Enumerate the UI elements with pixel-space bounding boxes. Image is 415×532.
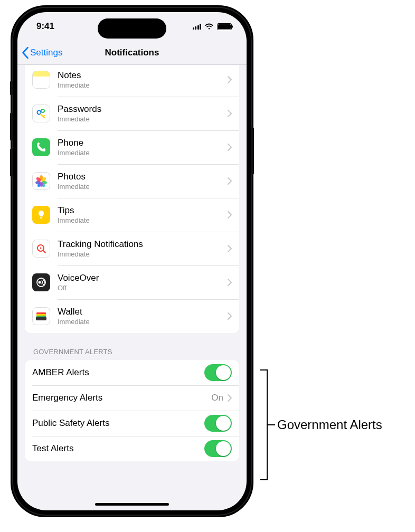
row-label: AMBER Alerts bbox=[32, 367, 204, 378]
svg-point-14 bbox=[39, 281, 41, 284]
callout-gov-alerts: Government Alerts bbox=[255, 369, 411, 480]
chevron-right-icon bbox=[228, 211, 232, 218]
app-list-group: Notes Immediate Passwords Immediate bbox=[25, 65, 239, 333]
app-title: VoiceOver bbox=[58, 273, 228, 283]
app-row-tips[interactable]: Tips Immediate bbox=[25, 198, 239, 232]
chevron-right-icon bbox=[228, 76, 232, 83]
photos-icon bbox=[32, 172, 50, 190]
app-sub: Immediate bbox=[58, 318, 228, 326]
chevron-right-icon bbox=[228, 312, 232, 320]
notes-icon bbox=[32, 71, 50, 89]
status-time: 9:41 bbox=[36, 21, 54, 32]
app-sub: Off bbox=[58, 284, 228, 292]
chevron-right-icon bbox=[228, 144, 232, 151]
app-title: Photos bbox=[58, 172, 228, 182]
cellular-icon bbox=[193, 23, 202, 30]
app-sub: Immediate bbox=[58, 250, 228, 258]
app-row-phone[interactable]: Phone Immediate bbox=[25, 130, 239, 164]
tracking-icon bbox=[32, 240, 50, 258]
status-indicators bbox=[193, 23, 232, 30]
app-row-voiceover[interactable]: VoiceOver Off bbox=[25, 265, 239, 299]
svg-line-11 bbox=[43, 250, 45, 253]
svg-rect-16 bbox=[36, 314, 46, 316]
emergency-alerts-row[interactable]: Emergency Alerts On bbox=[25, 385, 239, 411]
chevron-right-icon bbox=[228, 177, 232, 185]
silence-switch bbox=[10, 81, 13, 96]
app-sub: Immediate bbox=[58, 149, 228, 157]
svg-point-1 bbox=[41, 109, 44, 112]
power-button bbox=[251, 127, 254, 175]
app-sub: Immediate bbox=[58, 115, 228, 123]
nav-bar: Settings Notifications bbox=[17, 41, 247, 65]
app-title: Tracking Notifications bbox=[58, 239, 228, 250]
test-alerts-toggle[interactable] bbox=[204, 440, 232, 457]
public-safety-row: Public Safety Alerts bbox=[25, 411, 239, 436]
app-title: Notes bbox=[58, 70, 228, 81]
wifi-icon bbox=[204, 23, 214, 30]
chevron-right-icon bbox=[228, 279, 232, 286]
app-sub: Immediate bbox=[58, 81, 228, 89]
battery-icon bbox=[217, 23, 232, 30]
app-title: Phone bbox=[58, 138, 228, 148]
passwords-icon bbox=[32, 104, 50, 122]
wallet-icon bbox=[32, 307, 50, 325]
app-row-notes[interactable]: Notes Immediate bbox=[25, 65, 239, 97]
volume-down-button bbox=[10, 148, 13, 177]
phone-icon bbox=[32, 138, 50, 156]
test-alerts-row: Test Alerts bbox=[25, 436, 239, 461]
row-value: On bbox=[211, 393, 223, 403]
screen: 9:41 Settings Notifications Notes Imm bbox=[17, 12, 247, 510]
amber-alerts-toggle[interactable] bbox=[204, 364, 232, 381]
svg-point-9 bbox=[40, 182, 43, 187]
chevron-left-icon bbox=[22, 47, 29, 59]
app-title: Tips bbox=[58, 205, 228, 216]
public-safety-toggle[interactable] bbox=[204, 415, 232, 432]
gov-alerts-header: Government Alerts bbox=[25, 333, 239, 360]
phone-frame: 9:41 Settings Notifications Notes Imm bbox=[11, 5, 253, 517]
svg-rect-19 bbox=[36, 317, 46, 320]
page-title: Notifications bbox=[105, 48, 159, 58]
chevron-right-icon bbox=[228, 394, 232, 402]
back-button[interactable]: Settings bbox=[22, 47, 62, 59]
app-row-photos[interactable]: Photos Immediate bbox=[25, 164, 239, 198]
row-label: Emergency Alerts bbox=[32, 393, 211, 403]
callout-label: Government Alerts bbox=[277, 417, 382, 432]
content[interactable]: Notes Immediate Passwords Immediate bbox=[17, 65, 247, 510]
voiceover-icon bbox=[32, 273, 50, 291]
svg-rect-15 bbox=[36, 312, 46, 314]
chevron-right-icon bbox=[228, 110, 232, 117]
app-row-tracking[interactable]: Tracking Notifications Immediate bbox=[25, 232, 239, 265]
gov-alerts-group: AMBER Alerts Emergency Alerts On Public … bbox=[25, 360, 239, 461]
row-label: Test Alerts bbox=[32, 443, 204, 454]
app-row-passwords[interactable]: Passwords Immediate bbox=[25, 97, 239, 130]
app-row-wallet[interactable]: Wallet Immediate bbox=[25, 299, 239, 333]
home-indicator[interactable] bbox=[95, 503, 169, 506]
app-title: Wallet bbox=[58, 307, 228, 317]
app-sub: Immediate bbox=[58, 216, 228, 224]
svg-point-12 bbox=[40, 248, 42, 249]
chevron-right-icon bbox=[228, 245, 232, 252]
dynamic-island bbox=[98, 18, 166, 39]
app-sub: Immediate bbox=[58, 183, 228, 191]
row-label: Public Safety Alerts bbox=[32, 418, 204, 429]
amber-alerts-row: AMBER Alerts bbox=[25, 360, 239, 385]
back-label: Settings bbox=[30, 48, 62, 58]
tips-icon bbox=[32, 206, 50, 224]
app-title: Passwords bbox=[58, 104, 228, 115]
volume-up-button bbox=[10, 112, 13, 141]
